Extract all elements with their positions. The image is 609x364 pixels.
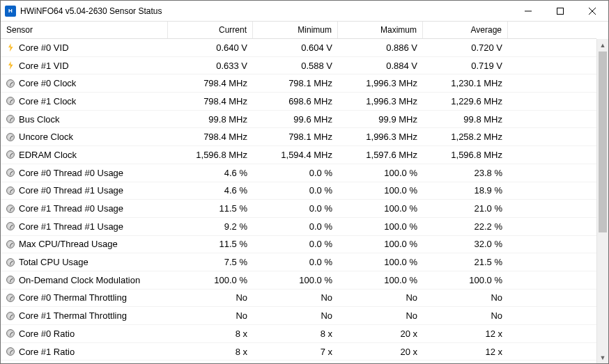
minimize-button[interactable] — [512, 1, 544, 22]
table-row[interactable]: Core #1 Ratio8 x7 x20 x12 x — [1, 343, 596, 361]
sensor-name-cell: On-Demand Clock Modulation — [1, 275, 168, 285]
column-header-current[interactable]: Current — [168, 22, 253, 38]
sensor-name: Core #0 Ratio — [19, 329, 75, 339]
clock-icon — [6, 347, 15, 356]
sensor-name-cell: Core #1 Thread #1 Usage — [1, 221, 168, 232]
column-header-minimum[interactable]: Minimum — [253, 22, 338, 38]
clock-icon — [6, 222, 15, 230]
sensor-name: Core #1 Thermal Throttling — [19, 310, 127, 321]
value-average: 1,258.2 MHz — [423, 132, 508, 142]
table-row[interactable]: EDRAM Clock1,596.8 MHz1,594.4 MHz1,597.6… — [1, 146, 596, 164]
bolt-icon — [6, 61, 15, 70]
value-current: No — [168, 292, 253, 303]
value-maximum: No — [338, 292, 423, 303]
value-maximum: 20 x — [338, 329, 423, 339]
sensor-name: Core #1 Clock — [19, 96, 76, 106]
table-row[interactable]: Uncore Clock798.4 MHz798.1 MHz1,996.3 MH… — [1, 128, 596, 146]
table-row[interactable]: Core #1 Thermal ThrottlingNoNoNoNo — [1, 307, 596, 325]
value-minimum: 698.6 MHz — [253, 96, 338, 106]
value-average: 32.0 % — [423, 239, 508, 249]
sensor-name: Core #0 Thread #0 Usage — [19, 168, 123, 178]
table-row[interactable]: Core #0 VID0.640 V0.604 V0.886 V0.720 V — [1, 39, 596, 57]
scrollbar-thumb[interactable] — [599, 52, 607, 232]
value-current: 4.6 % — [168, 168, 253, 178]
value-average: 18.9 % — [423, 185, 508, 196]
table-body: Core #0 VID0.640 V0.604 V0.886 V0.720 VC… — [1, 39, 596, 363]
value-average: 1,229.6 MHz — [423, 96, 508, 106]
sensor-name-cell: Core #0 Clock — [1, 78, 168, 88]
table-row[interactable]: Core #1 VID0.633 V0.588 V0.884 V0.719 V — [1, 57, 596, 75]
clock-icon — [6, 258, 15, 267]
value-minimum: 0.0 % — [253, 239, 338, 249]
table-row[interactable]: Core #0 Clock798.4 MHz798.1 MHz1,996.3 M… — [1, 74, 596, 93]
clock-icon — [6, 240, 15, 248]
value-minimum: 0.0 % — [253, 203, 338, 214]
value-minimum: 7 x — [253, 347, 338, 357]
value-maximum: 100.0 % — [338, 275, 423, 285]
clock-icon — [6, 97, 15, 105]
value-maximum: 20 x — [338, 347, 423, 357]
value-minimum: 0.0 % — [253, 221, 338, 232]
sensor-name: Core #1 Ratio — [19, 347, 75, 357]
column-header-average[interactable]: Average — [423, 22, 508, 38]
table-row[interactable]: Uncore Ratio8 x8 x20 x13 x — [1, 361, 596, 363]
sensor-name-cell: Core #1 Thermal Throttling — [1, 310, 168, 321]
value-maximum: 1,996.3 MHz — [338, 96, 423, 106]
titlebar[interactable]: H HWiNFO64 v5.04-2630 Sensor Status — [1, 1, 608, 22]
sensor-name: Core #1 Thread #0 Usage — [19, 203, 123, 214]
value-current: 9.2 % — [168, 221, 253, 232]
value-current: 8 x — [168, 329, 253, 339]
table-row[interactable]: Core #1 Thread #0 Usage11.5 %0.0 %100.0 … — [1, 200, 596, 218]
bolt-icon — [6, 43, 15, 52]
table-row[interactable]: Core #1 Clock798.4 MHz698.6 MHz1,996.3 M… — [1, 93, 596, 111]
clock-icon — [6, 168, 15, 177]
vertical-scrollbar[interactable]: ▲ ▼ — [596, 39, 608, 363]
table-row[interactable]: Total CPU Usage7.5 %0.0 %100.0 %21.5 % — [1, 253, 596, 271]
value-minimum: No — [253, 292, 338, 303]
value-maximum: 1,996.3 MHz — [338, 78, 423, 88]
column-header-maximum[interactable]: Maximum — [338, 22, 423, 38]
sensor-name-cell: Core #0 Thread #1 Usage — [1, 185, 168, 196]
value-current: 798.4 MHz — [168, 96, 253, 106]
value-average: 0.720 V — [423, 42, 508, 53]
table-row[interactable]: Core #0 Ratio8 x8 x20 x12 x — [1, 325, 596, 343]
sensor-name: Core #0 VID — [19, 42, 69, 53]
scroll-up-arrow-icon[interactable]: ▲ — [597, 39, 608, 51]
value-maximum: 1,597.6 MHz — [338, 150, 423, 160]
table-row[interactable]: Core #0 Thread #1 Usage4.6 %0.0 %100.0 %… — [1, 182, 596, 200]
value-maximum: 100.0 % — [338, 203, 423, 214]
sensor-name: Core #0 Thread #1 Usage — [19, 185, 123, 196]
table-row[interactable]: On-Demand Clock Modulation100.0 %100.0 %… — [1, 271, 596, 290]
value-average: 23.8 % — [423, 168, 508, 178]
clock-icon — [6, 276, 15, 284]
value-current: 798.4 MHz — [168, 78, 253, 88]
value-minimum: 100.0 % — [253, 275, 338, 285]
sensor-table: Sensor Current Minimum Maximum Average C… — [1, 22, 596, 363]
value-average: 21.0 % — [423, 203, 508, 214]
clock-icon — [6, 79, 15, 88]
clock-icon — [6, 150, 15, 159]
value-minimum: 0.0 % — [253, 257, 338, 267]
table-row[interactable]: Max CPU/Thread Usage11.5 %0.0 %100.0 %32… — [1, 236, 596, 254]
scroll-down-arrow-icon[interactable]: ▼ — [597, 351, 608, 363]
maximize-button[interactable] — [544, 1, 576, 22]
value-average: 12 x — [423, 329, 508, 339]
column-header-sensor[interactable]: Sensor — [1, 22, 168, 38]
sensor-name-cell: Core #0 Ratio — [1, 329, 168, 339]
value-current: 100.0 % — [168, 275, 253, 285]
sensor-name: Uncore Clock — [19, 132, 73, 142]
value-maximum: No — [338, 310, 423, 321]
table-row[interactable]: Core #0 Thread #0 Usage4.6 %0.0 %100.0 %… — [1, 164, 596, 182]
table-row[interactable]: Core #0 Thermal ThrottlingNoNoNoNo — [1, 290, 596, 308]
table-header: Sensor Current Minimum Maximum Average — [1, 22, 596, 39]
value-maximum: 100.0 % — [338, 168, 423, 178]
sensor-name-cell: Uncore Clock — [1, 132, 168, 142]
clock-icon — [6, 205, 15, 213]
window-title: HWiNFO64 v5.04-2630 Sensor Status — [20, 6, 162, 16]
table-row[interactable]: Core #1 Thread #1 Usage9.2 %0.0 %100.0 %… — [1, 218, 596, 236]
value-current: 99.8 MHz — [168, 114, 253, 125]
sensor-name-cell: Bus Clock — [1, 114, 168, 125]
value-minimum: 0.588 V — [253, 61, 338, 71]
table-row[interactable]: Bus Clock99.8 MHz99.6 MHz99.9 MHz99.8 MH… — [1, 111, 596, 129]
close-button[interactable] — [576, 1, 608, 22]
